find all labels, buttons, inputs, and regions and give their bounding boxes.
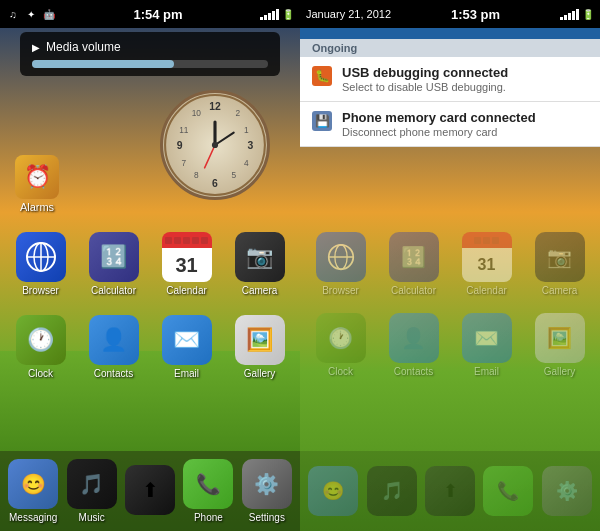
music-icon: ♫ (6, 7, 20, 21)
date-text: January 21, 2012 (306, 8, 391, 20)
clock-svg: 12 3 6 9 2 1 4 5 10 11 7 8 (163, 93, 267, 197)
right-contacts-icon: 👤 (389, 313, 439, 363)
messaging-icon: 😊 (8, 459, 58, 509)
right-messaging-icon: 😊 (308, 466, 358, 516)
app-row-1: Browser 🔢 Calculator 31 Calendar 📷 Camer… (0, 232, 300, 296)
svg-text:3: 3 (247, 140, 253, 151)
calculator-icon: 🔢 (89, 232, 139, 282)
notif-debug-text: USB debugging connected Select to disabl… (342, 65, 508, 93)
right-app-contacts: 👤 Contacts (383, 313, 445, 377)
app-row-2: 🕐 Clock 👤 Contacts ✉️ Email 🖼️ Gallery (0, 315, 300, 379)
app-gallery[interactable]: 🖼️ Gallery (229, 315, 291, 379)
dock-settings[interactable]: ⚙️ Settings (238, 459, 296, 523)
right-browser-label: Browser (322, 285, 359, 296)
dock-messaging[interactable]: 😊 Messaging (4, 459, 62, 523)
clock-widget: 12 3 6 9 2 1 4 5 10 11 7 8 (160, 90, 280, 210)
right-app-camera: 📷 Camera (529, 232, 591, 296)
right-settings-icon: ⚙️ (542, 466, 592, 516)
svg-text:1: 1 (244, 125, 249, 135)
music-icon-dock: 🎵 (67, 459, 117, 509)
camera-icon: 📷 (235, 232, 285, 282)
signal-bars-left (260, 9, 279, 20)
notif-debug-title: USB debugging connected (342, 65, 508, 80)
app-camera[interactable]: 📷 Camera (229, 232, 291, 296)
svg-text:11: 11 (179, 125, 189, 135)
contacts-label: Contacts (94, 368, 133, 379)
right-email-icon: ✉️ (462, 313, 512, 363)
right-calculator-label: Calculator (391, 285, 436, 296)
status-bar-left: ♫ ✦ 🤖 1:54 pm 🔋 (0, 0, 300, 28)
svg-text:10: 10 (192, 108, 202, 118)
volume-bar[interactable]: ▶ Media volume (20, 32, 280, 76)
right-gallery-label: Gallery (544, 366, 576, 377)
android-icon: 🤖 (42, 7, 56, 21)
svg-text:12: 12 (209, 101, 221, 112)
right-email-label: Email (474, 366, 499, 377)
battery-icon-right: 🔋 (582, 9, 594, 20)
right-app-calculator: 🔢 Calculator (383, 232, 445, 296)
contacts-icon: 👤 (89, 315, 139, 365)
play-icon: ▶ (32, 42, 40, 53)
svg-text:4: 4 (244, 158, 249, 168)
clock-icon: 🕐 (16, 315, 66, 365)
right-dock-messaging: 😊 (304, 466, 362, 516)
status-bar-right: January 21, 2012 1:53 pm 🔋 (300, 0, 600, 28)
status-time-left: 1:54 pm (133, 7, 182, 22)
browser-icon (16, 232, 66, 282)
settings-icon: ⚙️ (242, 459, 292, 509)
svg-text:2: 2 (236, 108, 241, 118)
right-calendar-label: Calendar (466, 285, 507, 296)
calendar-label: Calendar (166, 285, 207, 296)
status-time-right: 1:53 pm (451, 7, 500, 22)
right-clock-label: Clock (328, 366, 353, 377)
volume-label: ▶ Media volume (32, 40, 268, 54)
upward-icon: ⬆ (125, 465, 175, 515)
right-camera-icon: 📷 (535, 232, 585, 282)
right-browser-icon (316, 232, 366, 282)
right-app-browser: Browser (310, 232, 372, 296)
clock-face: 12 3 6 9 2 1 4 5 10 11 7 8 (160, 90, 270, 200)
gallery-label: Gallery (244, 368, 276, 379)
svg-text:5: 5 (231, 170, 236, 180)
app-calendar[interactable]: 31 Calendar (156, 232, 218, 296)
notif-section-label: Ongoing (300, 39, 600, 57)
svg-line-14 (215, 133, 234, 145)
dock-upward[interactable]: ⬆ (121, 465, 179, 518)
notif-item-memory[interactable]: 💾 Phone memory card connected Disconnect… (300, 102, 600, 147)
settings-label: Settings (249, 512, 285, 523)
alarm-icon-item[interactable]: ⏰ Alarms (15, 155, 59, 213)
right-dock-settings: ⚙️ (538, 466, 596, 516)
signal-bars-right (560, 9, 579, 20)
right-app-gallery: 🖼️ Gallery (529, 313, 591, 377)
app-contacts[interactable]: 👤 Contacts (83, 315, 145, 379)
notif-memory-icon: 💾 (312, 111, 332, 131)
gallery-icon: 🖼️ (235, 315, 285, 365)
volume-slider-track[interactable] (32, 60, 268, 68)
clock-label: Clock (28, 368, 53, 379)
right-upward-icon: ⬆ (425, 466, 475, 516)
notif-item-debug[interactable]: 🐛 USB debugging connected Select to disa… (300, 57, 600, 102)
browser-label: Browser (22, 285, 59, 296)
left-panel: ♫ ✦ 🤖 1:54 pm 🔋 ▶ Media volume (0, 0, 300, 531)
svg-line-15 (205, 145, 215, 168)
right-dock-phone: 📞 (479, 466, 537, 516)
app-email[interactable]: ✉️ Email (156, 315, 218, 379)
right-gallery-icon: 🖼️ (535, 313, 585, 363)
volume-slider-fill (32, 60, 174, 68)
svg-text:8: 8 (194, 170, 199, 180)
dock-phone[interactable]: 📞 Phone (179, 459, 237, 523)
status-right-left-icons: January 21, 2012 (306, 8, 391, 20)
music-label: Music (79, 512, 105, 523)
calendar-icon: 31 (162, 232, 212, 282)
right-calculator-icon: 🔢 (389, 232, 439, 282)
right-contacts-label: Contacts (394, 366, 433, 377)
app-clock[interactable]: 🕐 Clock (10, 315, 72, 379)
messaging-label: Messaging (9, 512, 57, 523)
app-browser[interactable]: Browser (10, 232, 72, 296)
notif-debug-desc: Select to disable USB debugging. (342, 81, 508, 93)
dock-music[interactable]: 🎵 Music (62, 459, 120, 523)
svg-point-16 (212, 142, 218, 148)
right-dock-music: 🎵 (362, 466, 420, 516)
status-left-icons: ♫ ✦ 🤖 (6, 7, 56, 21)
app-calculator[interactable]: 🔢 Calculator (83, 232, 145, 296)
